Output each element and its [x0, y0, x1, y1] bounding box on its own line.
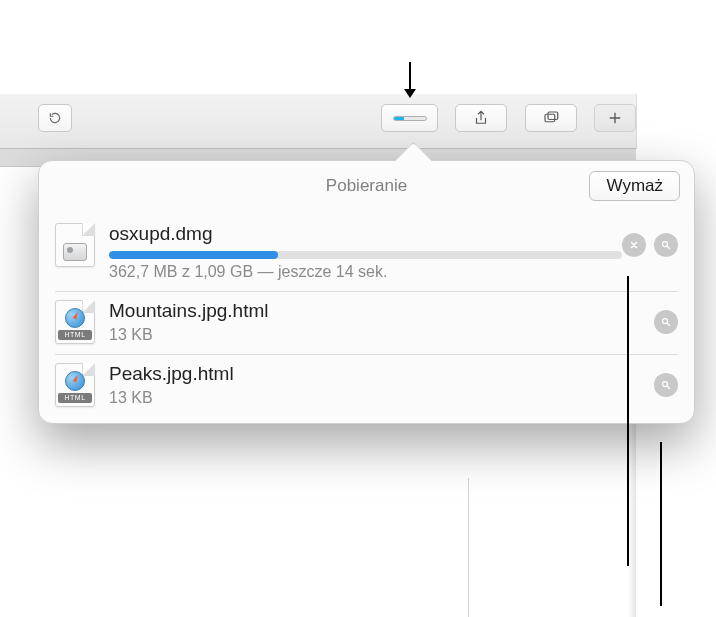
download-row: osxupd.dmg 362,7 MB z 1,09 GB — jeszcze … — [39, 215, 694, 291]
callout-line-reveal — [660, 442, 662, 606]
svg-rect-1 — [548, 112, 558, 120]
downloads-button[interactable] — [381, 104, 438, 132]
file-icon-dmg — [55, 223, 95, 267]
plus-icon — [606, 109, 624, 127]
magnifier-icon — [660, 379, 672, 391]
html-badge: HTML — [58, 330, 92, 340]
downloads-progress-icon — [393, 116, 427, 121]
share-icon — [472, 109, 490, 127]
file-icon-html: HTML — [55, 363, 95, 407]
close-icon — [628, 239, 640, 251]
share-button[interactable] — [455, 104, 507, 132]
download-progress-fill — [109, 251, 278, 259]
cancel-download-button[interactable] — [622, 233, 646, 257]
reveal-in-finder-button[interactable] — [654, 310, 678, 334]
magnifier-icon — [660, 316, 672, 328]
reveal-in-finder-button[interactable] — [654, 373, 678, 397]
tabs-icon — [542, 109, 560, 127]
download-status: 13 KB — [109, 389, 654, 407]
download-filename: Mountains.jpg.html — [109, 300, 654, 322]
clear-button-label: Wymaż — [606, 176, 663, 196]
downloads-popover: Pobieranie Wymaż osxupd.dmg 362,7 MB z 1… — [38, 160, 695, 424]
download-filename: osxupd.dmg — [109, 223, 622, 245]
browser-toolbar — [0, 94, 716, 149]
reload-button[interactable] — [38, 104, 72, 132]
clear-downloads-button[interactable]: Wymaż — [589, 171, 680, 201]
download-progress-bar — [109, 251, 622, 259]
callout-arrow-downloads — [409, 62, 411, 96]
download-filename: Peaks.jpg.html — [109, 363, 654, 385]
svg-rect-0 — [545, 114, 555, 122]
downloads-progress-fill — [394, 117, 405, 120]
magnifier-icon — [660, 239, 672, 251]
download-status: 362,7 MB z 1,09 GB — jeszcze 14 sek. — [109, 263, 622, 281]
reveal-in-finder-button[interactable] — [654, 233, 678, 257]
download-status: 13 KB — [109, 326, 654, 344]
new-tab-button[interactable] — [594, 104, 636, 132]
downloads-list: osxupd.dmg 362,7 MB z 1,09 GB — jeszcze … — [39, 211, 694, 417]
window-edge — [636, 94, 716, 149]
show-tabs-button[interactable] — [525, 104, 577, 132]
download-row: HTML Mountains.jpg.html 13 KB — [39, 292, 694, 354]
reload-icon — [48, 111, 62, 125]
html-badge: HTML — [58, 393, 92, 403]
file-icon-html: HTML — [55, 300, 95, 344]
download-row: HTML Peaks.jpg.html 13 KB — [39, 355, 694, 417]
callout-line-cancel — [627, 276, 629, 566]
